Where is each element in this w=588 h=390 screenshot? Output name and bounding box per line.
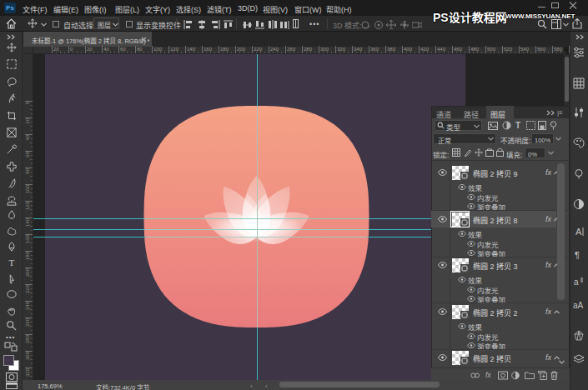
svg-text:a: a [574,278,579,287]
svg-text:T: T [9,258,15,268]
svg-text:A: A [575,227,582,237]
svg-text:¶: ¶ [575,250,580,260]
svg-text:aA: aA [573,301,584,310]
